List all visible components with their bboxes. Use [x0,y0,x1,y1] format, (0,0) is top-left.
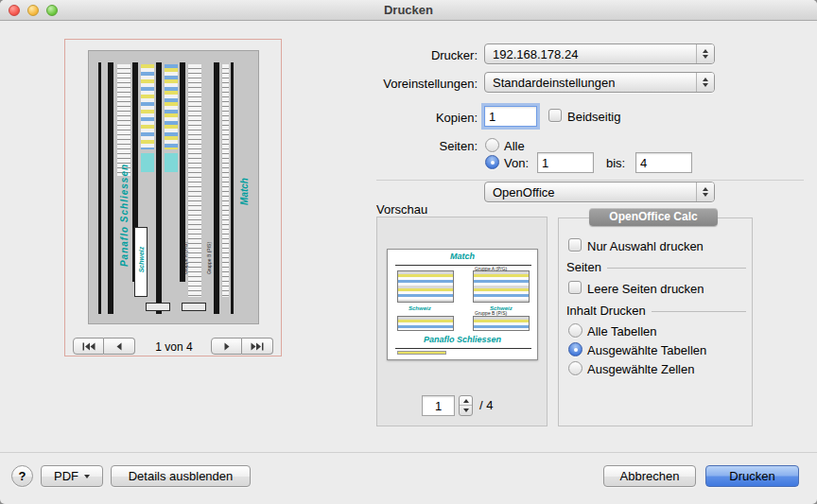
thumb-nav-forward-group [211,338,273,355]
duplex-checkbox[interactable] [548,109,562,122]
skip-to-first-icon [81,342,96,351]
pdf-dropdown-arrow-icon [84,475,90,478]
pdf-label: PDF [54,466,78,486]
preview-table [397,270,454,303]
preview-page-image: Match Gruppe A (P/G) Schweiz Schweiz Gru… [387,249,538,360]
pages-section-label: Seiten [566,260,601,275]
sheet-footer-box [182,303,206,311]
pages-to-input[interactable] [635,152,692,173]
popup-arrows-icon [696,182,714,201]
duplex-label: Beidseitig [567,110,620,125]
sheet-group-b-vertical: Gruppe B (P/S) [206,230,212,287]
pages-to-label: bis: [606,156,625,171]
pages-label: Seiten: [246,139,478,154]
selected-cells-label: Ausgewählte Zellen [587,362,694,377]
section-separator [376,180,804,181]
next-icon [221,342,233,351]
sheet-rule [156,62,162,314]
pages-from-input[interactable] [537,152,594,173]
all-tables-radio[interactable] [568,323,582,338]
preview-title-text: Panaflo Schliessen [388,335,537,344]
sheet-title-vertical: Panaflo Schliessen [119,159,130,272]
thumb-nav-back-group [73,338,135,355]
content-section-header: Inhalt Drucken [566,304,746,319]
popup-arrows-icon [696,73,714,92]
cancel-button[interactable]: Abbrechen [603,465,696,487]
copies-input[interactable] [484,106,537,127]
preview-title: Vorschau [376,202,427,217]
sheet-group-a-vertical: Gruppe A (P/G) [183,230,188,287]
presets-popup[interactable]: Standardeinstellungen [484,72,715,93]
preview-table [473,316,530,331]
previous-page-button[interactable] [104,338,135,355]
first-page-button[interactable] [73,338,104,355]
minimize-button[interactable] [27,5,39,16]
zoom-button[interactable] [46,5,58,16]
empty-pages-checkbox[interactable] [568,281,582,294]
sheet-rule [231,62,234,314]
pdf-menu-button[interactable]: PDF [41,465,103,487]
calc-options-panel: Nur Auswahl drucken Seiten Leere Seiten … [558,217,753,426]
content-section-label: Inhalt Drucken [566,304,646,319]
preview-panel: Match Gruppe A (P/G) Schweiz Schweiz Gru… [376,217,548,426]
preview-rule [395,265,531,266]
preview-match-text: Match [388,252,537,261]
previous-icon [113,342,125,351]
printer-popup[interactable]: 192.168.178.24 [484,43,715,64]
pages-all-radio[interactable] [485,138,499,152]
sheet-cell-column [222,64,229,297]
sheet-rule [98,62,101,314]
popup-arrows-icon [696,44,714,63]
pages-range-radio[interactable] [485,155,499,169]
stepper-up-icon[interactable] [460,396,472,406]
preview-table [397,316,454,331]
stepper-down-icon[interactable] [460,406,472,415]
details-toggle-button[interactable]: Details ausblenden [111,465,251,487]
preview-table [473,270,530,303]
sheet-teal-cell [141,153,154,172]
preview-highlight-row [397,351,446,355]
sheet-footer-box [146,303,170,311]
empty-pages-label: Leere Seiten drucken [587,282,704,297]
copies-label: Kopien: [246,111,478,126]
help-button[interactable]: ? [11,465,33,487]
sheet-match-vertical: Match [239,145,250,239]
print-button[interactable]: Drucken [705,465,799,487]
selected-tables-radio[interactable] [568,342,582,356]
printer-popup-value: 192.168.178.24 [493,47,578,61]
preview-page-input[interactable] [422,395,455,416]
section-line [652,311,746,312]
app-options-popup-value: OpenOffice [493,185,555,200]
skip-to-last-icon [250,342,265,351]
sheet-country-vertical: Schweiz [138,232,145,288]
all-tables-label: Alle Tabellen [587,324,656,339]
footer-separator [0,452,817,453]
preview-rule [395,348,531,349]
close-button[interactable] [9,5,20,16]
presets-popup-value: Standardeinstellungen [493,76,615,90]
titlebar: Drucken [0,0,817,21]
sheet-cell-column [141,64,154,149]
sheet-rule [108,62,113,314]
section-line [607,268,746,269]
preview-page-total: / 4 [479,398,493,413]
last-page-button[interactable] [242,338,273,355]
sheet-rule [214,62,219,314]
page-indicator: 1 von 4 [141,339,207,355]
sheet-cell-column [188,64,201,297]
preview-group-a-text: Gruppe A (P/G) [475,266,507,271]
print-dialog-window: Drucken Panaflo Schliessen Match Gruppe … [0,0,817,504]
next-page-button[interactable] [211,338,242,355]
selection-only-checkbox[interactable] [568,238,582,252]
selected-tables-label: Ausgewählte Tabellen [587,343,706,358]
sheet-cell-column [165,64,178,149]
pages-section-header: Seiten [566,260,746,275]
preview-page-stepper[interactable] [459,395,473,416]
page-thumbnail-image[interactable]: Panaflo Schliessen Match Gruppe A (P/G) … [88,50,259,324]
selected-cells-radio[interactable] [568,361,582,375]
selection-only-label: Nur Auswahl drucken [587,239,704,254]
app-options-popup[interactable]: OpenOffice [484,182,715,202]
presets-label: Voreinstellungen: [246,77,478,92]
window-title: Drucken [0,0,817,20]
pages-all-label: Alle [504,139,525,154]
